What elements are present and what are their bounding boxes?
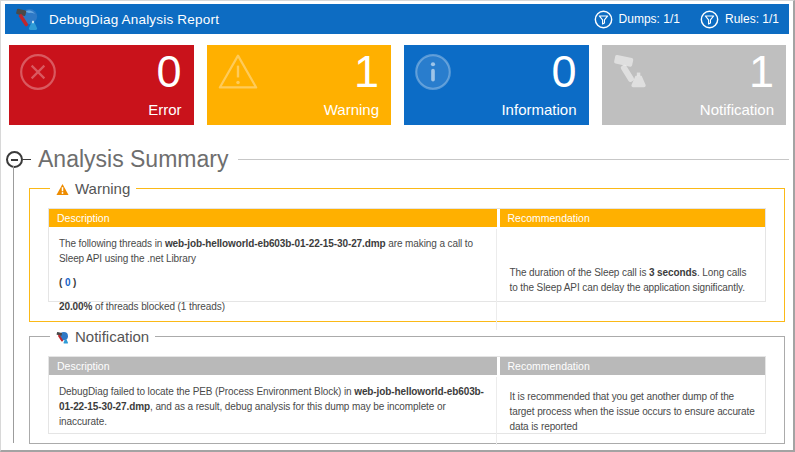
blocked-percentage: 20.00% [59,301,92,312]
notification-count: 1 [749,46,774,98]
warning-section-legend: Warning [50,180,136,197]
warning-triangle-icon [56,182,69,195]
funnel-icon [700,10,719,29]
tree-vertical-line [13,166,14,443]
warning-table: Description Recommendation The following… [48,208,766,302]
notification-section: Notification Description Recommendation … [29,328,785,444]
error-circle-x-icon [18,52,58,96]
description-text: DebugDiag failed to locate the PEB (Proc… [59,386,354,397]
sleep-duration: 3 seconds [649,267,697,278]
page-title: DebugDiag Analysis Report [49,12,219,27]
error-count: 0 [156,46,181,98]
table-row: The following threads in web-job-hellowo… [49,229,765,301]
title-bar-filters: Dumps: 1/1 Rules: 1/1 [594,10,779,29]
debugdiag-hammer-icon [56,330,69,343]
warning-count: 1 [354,46,379,98]
notification-table-header: Description Recommendation [49,357,765,375]
notification-tile[interactable]: 1 Notification [602,45,787,125]
description-column-header: Description [49,209,497,227]
debugdiag-hammer-icon [611,52,653,98]
recommendation-text: It is recommended that you get another d… [510,389,756,434]
warning-section-title: Warning [75,180,130,197]
collapse-minus-icon[interactable] [6,151,23,168]
error-tile[interactable]: 0 Error [9,45,194,125]
notification-label: Notification [700,101,774,118]
dumps-count-label: Dumps: 1/1 [619,12,680,26]
description-text: The following threads in [59,238,165,249]
information-tile[interactable]: 0 Information [404,45,589,125]
notification-table: Description Recommendation DebugDiag fai… [48,356,766,434]
recommendation-column-header: Recommendation [500,209,766,227]
debugdiag-app-icon [15,7,39,31]
funnel-icon [594,10,613,29]
warning-tile[interactable]: 1 Warning [207,45,392,125]
title-bar: DebugDiag Analysis Report Dumps: 1/1 [5,4,789,34]
paren-text: ) [70,277,76,288]
info-circle-icon [413,52,453,96]
warning-label: Warning [324,101,379,118]
rules-count-label: Rules: 1/1 [725,12,779,26]
warning-table-header: Description Recommendation [49,209,765,227]
dump-file-name: web-job-helloworld-eb603b-01-22-15-30-27… [165,238,386,249]
error-label: Error [148,101,181,118]
information-label: Information [501,101,576,118]
warning-description-cell: The following threads in web-job-hellowo… [49,229,497,330]
information-count: 0 [551,46,576,98]
summary-tiles: 0 Error 1 Warning 0 [9,45,786,125]
notification-description-cell: DebugDiag failed to locate the PEB (Proc… [49,377,497,445]
dumps-filter[interactable]: Dumps: 1/1 [594,10,680,29]
heading-rule-line [238,159,789,160]
warning-triangle-icon [216,52,260,96]
notification-recommendation-cell: It is recommended that you get another d… [500,377,766,445]
notification-section-title: Notification [75,328,149,345]
table-row: DebugDiag failed to locate the PEB (Proc… [49,377,765,433]
notification-section-legend: Notification [50,328,155,345]
warning-section: Warning Description Recommendation The f… [29,180,785,322]
recommendation-column-header: Recommendation [500,357,766,375]
analysis-summary-title: Analysis Summary [38,146,228,173]
analysis-summary-header: Analysis Summary [6,146,789,173]
recommendation-text: The duration of the Sleep call is [510,267,649,278]
description-column-header: Description [49,357,497,375]
debugdiag-report-window: DebugDiag Analysis Report Dumps: 1/1 [0,0,795,452]
connector-line [23,159,31,160]
rules-filter[interactable]: Rules: 1/1 [700,10,779,29]
blocked-threads-text: of threads blocked (1 threads) [92,301,225,312]
warning-recommendation-cell: The duration of the Sleep call is 3 seco… [500,229,766,330]
